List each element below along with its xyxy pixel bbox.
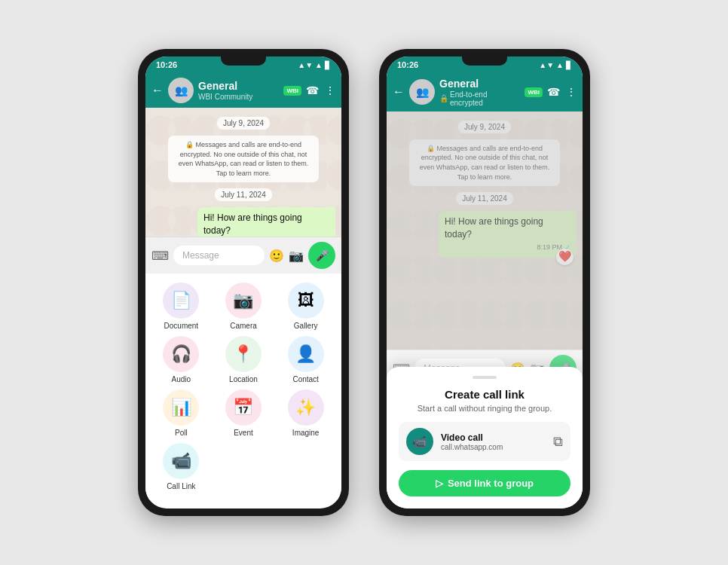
event-icon-wrap-1: 📅	[225, 389, 262, 426]
status-time-1: 10:26	[156, 60, 177, 69]
status-time-2: 10:26	[397, 60, 418, 69]
attachment-grid-1: 📄 Document 📷 Camera 🖼 Gallery	[145, 273, 341, 499]
signal-icon-2: ▲▼	[539, 61, 554, 69]
home-bar-1	[213, 504, 274, 507]
audio-icon-wrap-1: 🎧	[163, 336, 199, 372]
lock-icon-2: 🔒	[439, 94, 448, 102]
document-icon-wrap-1: 📄	[163, 282, 199, 319]
call-icon-2[interactable]: ☎	[547, 86, 560, 98]
emoji-icon-1[interactable]: 🙂	[269, 249, 284, 263]
bottom-sheet-2: Create call link Start a call without ri…	[387, 367, 583, 508]
wifi-icon-1: ▲	[315, 61, 323, 69]
phone-1-screen: 10:26 ▲▼ ▲ ▊ ← 👥 General WBI Community W…	[145, 56, 341, 508]
poll-label-1: Poll	[175, 429, 188, 437]
phone-2: 10:26 ▲▼ ▲ ▊ ← 👥 General 🔒 End-to-end en…	[379, 49, 590, 516]
document-label-1: Document	[164, 322, 199, 330]
location-icon-wrap-1: 📍	[225, 336, 262, 372]
date-badge-1a: July 9, 2024	[217, 117, 270, 130]
battery-icon-2: ▊	[566, 61, 572, 69]
chat-info-2: General 🔒 End-to-end encrypted	[439, 78, 520, 107]
chat-info-1: General WBI Community	[198, 80, 279, 101]
header-icons-2: ☎ ⋮	[547, 86, 577, 98]
phone-notch	[221, 56, 266, 66]
chat-body-1: July 9, 2024 🔒 Messages and calls are en…	[145, 108, 341, 237]
gallery-label-1: Gallery	[294, 322, 318, 330]
send-link-button-2[interactable]: ▷ Send link to group	[399, 470, 570, 496]
phone-1: 10:26 ▲▼ ▲ ▊ ← 👥 General WBI Community W…	[138, 49, 349, 516]
message-text-2: Hi! How are things going today?	[445, 216, 543, 240]
date-badge-2b: July 11, 2024	[456, 192, 513, 205]
message-input-bar-1: ⌨ Message 🙂 📷 🎤	[145, 237, 341, 273]
message-text-1: Hi! How are things going today?	[203, 212, 302, 236]
status-icons-1: ▲▼ ▲ ▊	[298, 61, 331, 69]
chat-name-2: General	[439, 78, 520, 90]
imagine-icon-wrap-1: ✨	[288, 389, 324, 426]
signal-icon-1: ▲▼	[298, 61, 313, 69]
attach-event-1[interactable]: 📅 Event	[214, 389, 274, 437]
phone-notch-2	[462, 56, 507, 66]
more-icon-1[interactable]: ⋮	[325, 84, 335, 96]
attach-calllink-1[interactable]: 📹 Call Link	[151, 443, 211, 490]
message-bubble-1: Hi! How are things going today? 8:19 PM …	[197, 207, 335, 237]
call-icon-1[interactable]: ☎	[306, 84, 319, 96]
gallery-icon-1: 🖼	[298, 291, 314, 310]
attach-location-1[interactable]: 📍 Location	[214, 336, 274, 383]
camera-icon-1: 📷	[233, 291, 253, 310]
attach-camera-1[interactable]: 📷 Camera	[214, 282, 274, 330]
wbi-badge-2: WBI	[525, 87, 543, 97]
call-link-icon-wrap-2: 📹	[406, 428, 433, 455]
attach-gallery-1[interactable]: 🖼 Gallery	[276, 282, 335, 330]
send-icon-2: ▷	[436, 478, 443, 489]
attach-contact-1[interactable]: 👤 Contact	[276, 336, 335, 383]
call-link-info-2: Video call call.whatsapp.com	[441, 432, 546, 451]
wbi-badge-1: WBI	[283, 86, 301, 96]
wifi-icon-2: ▲	[556, 61, 564, 69]
call-link-url-2: call.whatsapp.com	[441, 443, 546, 451]
imagine-icon-1: ✨	[295, 398, 316, 417]
keyboard-icon-1[interactable]: ⌨	[151, 249, 169, 263]
avatar-1: 👥	[168, 78, 194, 103]
camera-attach-icon-1[interactable]: 📷	[289, 249, 304, 263]
camera-icon-wrap-1: 📷	[225, 282, 262, 319]
poll-icon-wrap-1: 📊	[163, 389, 199, 426]
sheet-handle-2	[473, 376, 497, 379]
calllink-label-1: Call Link	[167, 482, 195, 490]
chat-body-2: July 9, 2024 🔒 Messages and calls are en…	[387, 111, 583, 350]
date-badge-1b: July 11, 2024	[215, 188, 272, 201]
calllink-icon-wrap-1: 📹	[163, 443, 199, 479]
contact-icon-wrap-1: 👤	[288, 336, 324, 372]
poll-icon-1: 📊	[171, 398, 191, 417]
battery-icon-1: ▊	[325, 61, 331, 69]
attach-imagine-1[interactable]: ✨ Imagine	[276, 389, 335, 437]
attach-document-1[interactable]: 📄 Document	[151, 282, 211, 330]
back-button-1[interactable]: ←	[151, 84, 164, 97]
status-icons-2: ▲▼ ▲ ▊	[539, 61, 572, 69]
call-link-name-2: Video call	[441, 432, 546, 443]
sheet-title-2: Create call link	[399, 388, 570, 401]
location-icon-1: 📍	[233, 344, 253, 364]
header-icons-1: ☎ ⋮	[306, 84, 335, 96]
more-icon-2[interactable]: ⋮	[566, 86, 577, 98]
info-bubble-2[interactable]: 🔒 Messages and calls are end-to-end encr…	[409, 139, 560, 186]
back-button-2[interactable]: ←	[393, 85, 405, 99]
chat-subtitle-2: 🔒 End-to-end encrypted	[439, 90, 520, 107]
date-badge-2a: July 9, 2024	[458, 121, 511, 133]
mic-button-1[interactable]: 🎤	[308, 242, 335, 269]
attach-audio-1[interactable]: 🎧 Audio	[151, 336, 211, 383]
event-label-1: Event	[234, 429, 253, 437]
chat-name-1: General	[198, 80, 279, 93]
copy-icon-2[interactable]: ⧉	[553, 434, 563, 450]
document-icon-1: 📄	[171, 291, 191, 310]
sheet-subtitle-2: Start a call without ringing the group.	[399, 404, 570, 413]
call-link-row-2: 📹 Video call call.whatsapp.com ⧉	[399, 422, 570, 461]
attach-poll-1[interactable]: 📊 Poll	[151, 389, 211, 437]
avatar-2: 👥	[409, 79, 435, 105]
camera-label-1: Camera	[230, 322, 257, 330]
message-input-1[interactable]: Message	[173, 246, 265, 265]
message-meta-2: 8:19 PM ✓	[445, 243, 570, 253]
info-bubble-1[interactable]: 🔒 Messages and calls are end-to-end encr…	[168, 136, 319, 182]
calllink-icon-1: 📹	[171, 451, 191, 471]
imagine-label-1: Imagine	[292, 429, 320, 437]
chat-header-1: ← 👥 General WBI Community WBI ☎ ⋮	[145, 73, 341, 108]
location-label-1: Location	[229, 375, 258, 383]
